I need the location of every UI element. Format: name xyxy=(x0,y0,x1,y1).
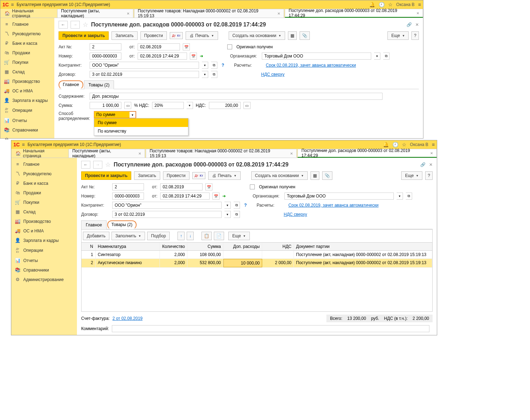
org-input[interactable]: Торговый Дом ООО xyxy=(262,53,371,60)
close-icon[interactable]: ✕ xyxy=(127,12,130,16)
subtab-main[interactable]: Главное xyxy=(59,80,83,89)
contract-label: Договор: xyxy=(59,72,87,77)
home-tab[interactable]: 🏠 Начальная страница xyxy=(0,9,56,18)
attach-button[interactable]: 📎 xyxy=(300,31,310,40)
sidebar-item-bank[interactable]: ₽Банк и касса xyxy=(0,38,54,48)
contragent-input[interactable]: ООО "Орион" xyxy=(90,62,199,69)
grid-icon: ▦ xyxy=(4,69,10,74)
sidebar-item-admin[interactable]: ⚙ xyxy=(0,135,54,140)
distrib-label: Способ распределения: xyxy=(59,111,91,121)
nds-link[interactable]: НДС сверху xyxy=(261,72,284,77)
structure-button[interactable]: ▦ xyxy=(288,31,297,40)
tab-invoices-list[interactable]: Поступление (акты, накладные) ✕ xyxy=(57,9,133,18)
chevron-down-icon[interactable]: ▼ xyxy=(374,53,380,60)
cart-icon: 🛒 xyxy=(4,60,10,65)
raschet-link[interactable]: Срок 02.08.2019, зачет аванса автоматиче… xyxy=(266,63,356,68)
star-icon[interactable]: ☆ xyxy=(388,2,393,7)
tab-label: Поступление доп. расходов 0000-000003 от… xyxy=(289,8,413,18)
subtab-goods[interactable]: Товары (2) xyxy=(84,80,114,89)
print-button[interactable]: 🖨Печать▼ xyxy=(186,31,218,40)
dtkt-icon: Дт Кт xyxy=(4,107,10,114)
original-checkbox[interactable] xyxy=(227,44,232,49)
dropdown-option[interactable]: По сумме xyxy=(94,118,188,127)
gear-icon: ⚙ xyxy=(4,137,10,140)
dtkt-button[interactable]: ДтКт xyxy=(170,32,183,39)
sidebar-item-manager[interactable]: 〽Руководителю xyxy=(0,29,54,38)
number-input[interactable]: 0000-000003 xyxy=(90,53,121,60)
menu-icon[interactable]: ≡ xyxy=(11,2,14,7)
raschet-label: Расчеты: xyxy=(234,63,263,68)
help-button[interactable]: ? xyxy=(411,31,419,40)
close-icon[interactable]: ✕ xyxy=(416,11,419,15)
bag-icon: 🛍 xyxy=(4,50,10,55)
calendar-icon[interactable]: 📅 xyxy=(183,43,190,50)
sidebar-item-purchases[interactable]: 🛒Покупки xyxy=(0,57,54,67)
more-button[interactable]: Еще▼ xyxy=(387,31,409,40)
open-icon[interactable]: ⧉ xyxy=(211,71,217,78)
tab-extra-costs[interactable]: Поступление доп. расходов 0000-000003 от… xyxy=(285,9,423,18)
content-input[interactable]: Доп. расходы xyxy=(90,93,383,100)
close-icon[interactable]: ✕ xyxy=(415,22,419,27)
forward-button[interactable]: → xyxy=(71,21,80,29)
sidebar-item-reports[interactable]: 📊Отчеты xyxy=(0,116,54,125)
sidebar-item-assets[interactable]: 🚚ОС и НМА xyxy=(0,86,54,96)
titlebar: 1С ≡ Бухгалтерия предприятия 10 (1С:Пред… xyxy=(0,0,423,9)
original-label: Оригинал получен xyxy=(236,44,273,49)
nds-label: НДС: xyxy=(196,103,206,108)
tabs-row: 🏠 Начальная страница Поступление (акты, … xyxy=(0,9,423,18)
truck-icon: 🚚 xyxy=(4,88,10,93)
sidebar-item-main[interactable]: ≡Главное xyxy=(0,19,54,29)
link-icon[interactable]: 🔗 xyxy=(406,22,412,27)
bell-icon[interactable]: 🔔 xyxy=(369,2,375,7)
open-icon[interactable]: ⧉ xyxy=(383,53,390,60)
sidebar-item-sales[interactable]: 🛍Продажи xyxy=(0,48,54,57)
sum-input[interactable]: 1 000,00 xyxy=(90,102,121,109)
app-logo: 1С xyxy=(2,2,9,7)
write-button[interactable]: Записать xyxy=(112,31,137,40)
act-no-input[interactable]: 2 xyxy=(90,43,121,50)
sidebar-item-label: Производство xyxy=(12,79,40,84)
sidebar-item-hr[interactable]: 👤Зарплата и кадры xyxy=(0,96,54,105)
calendar-icon[interactable]: 📅 xyxy=(190,53,197,60)
post-button[interactable]: Провести xyxy=(140,31,167,40)
more-icon[interactable]: ≡ xyxy=(418,2,421,7)
sidebar-item-catalogs[interactable]: 📚Справочники xyxy=(0,125,54,135)
chart-icon: 〽 xyxy=(4,31,10,36)
home-icon: 🏠 xyxy=(5,11,10,16)
chevron-down-icon[interactable]: ▼ xyxy=(202,71,208,78)
chevron-down-icon[interactable]: ▼ xyxy=(130,111,136,118)
user-name[interactable]: Оксана В xyxy=(396,2,415,7)
sidebar-item-production[interactable]: 🏭Производство xyxy=(0,77,54,86)
chevron-down-icon[interactable]: ▼ xyxy=(187,102,193,109)
sidebar: ≡Главное 〽Руководителю ₽Банк и касса 🛍Пр… xyxy=(0,18,54,138)
nds-pct-label: % НДС: xyxy=(134,103,149,108)
back-button[interactable]: ← xyxy=(59,21,68,29)
number-label: Номер: xyxy=(59,54,87,59)
favorite-icon[interactable]: ☆ xyxy=(83,21,88,29)
num-date-input[interactable]: 02.08.2019 17:44:29 xyxy=(138,53,187,60)
help-icon[interactable]: ? xyxy=(222,63,224,68)
sidebar-item-operations[interactable]: Дт КтОперации xyxy=(0,105,54,116)
nds-input[interactable]: 200,00 xyxy=(209,102,241,109)
create-based-button[interactable]: Создать на основании▼ xyxy=(229,31,285,40)
print-icon: 🖨 xyxy=(189,33,194,38)
contract-input[interactable]: 3 от 02.02.2019 xyxy=(90,71,199,78)
bars-icon: 📊 xyxy=(4,118,10,123)
sidebar-item-warehouse[interactable]: ▦Склад xyxy=(0,67,54,77)
goto-icon[interactable]: ➜ xyxy=(200,54,203,59)
open-icon[interactable]: ⧉ xyxy=(211,62,217,69)
post-close-button[interactable]: Провести и закрыть xyxy=(59,31,109,40)
sidebar-item-label: Продажи xyxy=(12,50,30,55)
close-icon[interactable]: ✕ xyxy=(277,12,280,16)
tab-goods-receipt[interactable]: Поступление товаров: Накладная 0000-0000… xyxy=(134,9,284,18)
chevron-down-icon[interactable]: ▼ xyxy=(202,62,208,69)
sidebar-item-label: Операции xyxy=(12,108,32,113)
sidebar-item-label: Банк и касса xyxy=(12,41,37,46)
calc-icon[interactable]: ▭ xyxy=(243,102,251,109)
history-icon[interactable]: 🕘 xyxy=(379,2,385,7)
act-date-input[interactable]: 02.08.2019 xyxy=(138,43,180,50)
dropdown-option[interactable]: По количеству xyxy=(94,127,188,135)
distrib-select[interactable]: По сумме ▼ xyxy=(94,111,136,118)
nds-pct-input[interactable]: 20% xyxy=(152,102,184,109)
calc-icon[interactable]: ▭ xyxy=(124,102,131,109)
